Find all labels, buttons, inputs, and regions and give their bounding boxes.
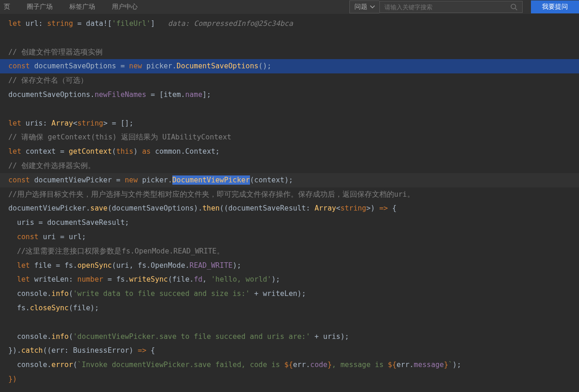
top-nav: 页 圈子广场 标签广场 用户中心 问题 我要提问: [0, 0, 579, 14]
code-line: const uri = url;: [0, 230, 579, 244]
code-line: let uris: Array<string> = [];: [0, 116, 579, 131]
code-line: let file = fs.openSync(uri, fs.OpenMode.…: [0, 259, 579, 273]
code-line: //用户选择目标文件夹，用户选择与文件类型相对应的文件夹，即可完成文件保存操作。…: [0, 187, 579, 202]
code-line: console.info('documentViewPicker.save to…: [0, 330, 579, 344]
ask-button[interactable]: 我要提问: [531, 0, 579, 13]
code-line: [0, 102, 579, 116]
code-editor[interactable]: let url: string = data!['fileUrl'] data:…: [0, 14, 579, 386]
code-line: }).catch((err: BusinessError) => {: [0, 344, 579, 358]
nav-link-tags[interactable]: 标签广场: [69, 3, 95, 11]
code-line: let context = getContext(this) as common…: [0, 145, 579, 159]
code-line: let url: string = data!['fileUrl'] data:…: [0, 17, 579, 31]
code-line: console.info('write data to file succeed…: [0, 287, 579, 301]
code-line: let writeLen: number = fs.writeSync(file…: [0, 272, 579, 287]
search-box[interactable]: [379, 1, 523, 13]
svg-line-1: [515, 8, 517, 10]
nav-link-home[interactable]: 页: [4, 3, 10, 11]
nav-link-user[interactable]: 用户中心: [112, 3, 138, 11]
code-line: // 创建文件管理器选项实例: [0, 45, 579, 60]
code-line: // 请确保 getContext(this) 返回结果为 UIAbilityC…: [0, 130, 579, 145]
chevron-down-icon: [370, 6, 375, 8]
code-line: fs.closeSync(file);: [0, 301, 579, 315]
nav-link-circles[interactable]: 圈子广场: [27, 3, 53, 11]
code-line: // 创建文件选择器实例。: [0, 159, 579, 173]
code-line: // 保存文件名（可选）: [0, 73, 579, 88]
code-line: }): [0, 372, 579, 386]
selected-text: DocumentViewPicker: [172, 175, 250, 185]
code-line: [0, 315, 579, 330]
svg-point-0: [511, 4, 516, 9]
search-type-dropdown[interactable]: 问题: [349, 0, 379, 13]
search-input[interactable]: [384, 4, 510, 11]
code-line: console.error(`Invoke documentViewPicker…: [0, 358, 579, 372]
code-line: documentSaveOptions.newFileNames = [item…: [0, 88, 579, 102]
code-line: uris = documentSaveResult;: [0, 216, 579, 230]
code-line-highlighted: const documentSaveOptions = new picker.D…: [0, 59, 579, 73]
code-line: [0, 31, 579, 45]
inline-hint: data: CompressedInfo@25c34bca: [168, 19, 293, 28]
code-line: documentViewPicker.save(documentSaveOpti…: [0, 201, 579, 216]
code-line: //这里需要注意接口权限参数是fs.OpenMode.READ_WRITE。: [0, 244, 579, 259]
dropdown-label: 问题: [354, 3, 367, 11]
search-icon[interactable]: [510, 3, 518, 11]
code-line-cursor: const documentViewPicker = new picker.Do…: [0, 173, 579, 187]
